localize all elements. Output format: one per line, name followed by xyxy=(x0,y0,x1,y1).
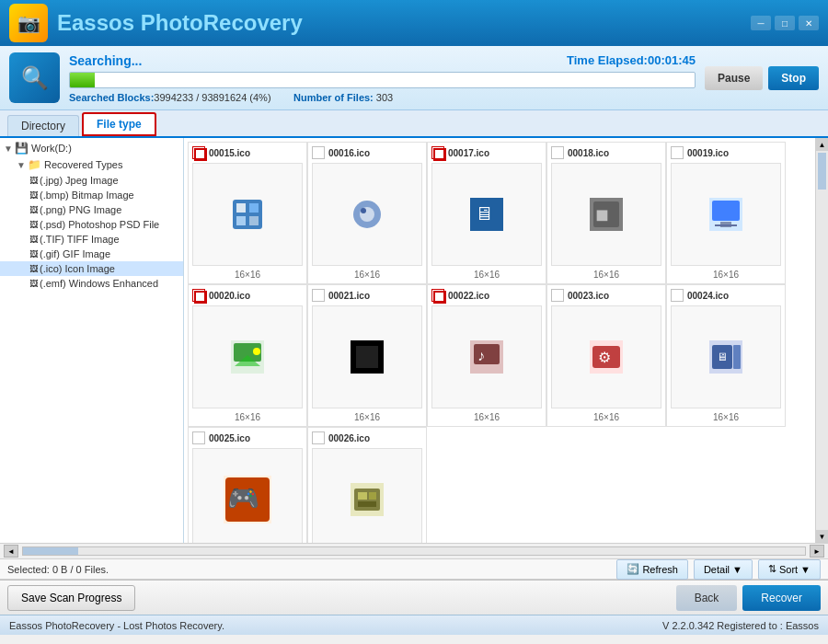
thumbnail-area[interactable]: 00015.ico 16×16 00016.ico 16×16 xyxy=(184,138,815,543)
thumb-checkbox-6[interactable] xyxy=(192,289,205,302)
svg-text:🖥: 🖥 xyxy=(717,351,728,363)
svg-text:🖥: 🖥 xyxy=(475,203,493,224)
tabs-area: Directory File type xyxy=(0,110,828,138)
thumb-cell-1[interactable]: 00015.ico 16×16 xyxy=(188,142,307,284)
searching-label: Searching... xyxy=(69,53,142,68)
svg-point-7 xyxy=(361,208,366,213)
thumb-filename-2: 00016.ico xyxy=(328,148,370,158)
thumb-checkbox-9[interactable] xyxy=(551,289,564,302)
sidebar-item-psd[interactable]: 🖼 (.psd) Photoshop PSD File xyxy=(0,217,183,232)
thumb-filename-11: 00025.ico xyxy=(209,433,250,443)
refresh-icon: 🔄 xyxy=(627,563,639,575)
detail-button[interactable]: Detail ▼ xyxy=(694,559,753,580)
thumb-checkbox-3[interactable] xyxy=(431,146,444,159)
scroll-thumb[interactable] xyxy=(818,153,826,190)
sidebar-item-emf[interactable]: 🖼 (.emf) Windows Enhanced xyxy=(0,276,183,291)
footer: Eassos PhotoRecovery - Lost Photos Recov… xyxy=(0,615,828,635)
thumb-checkbox-4[interactable] xyxy=(551,146,564,159)
thumb-filename-9: 00023.ico xyxy=(568,291,609,301)
thumb-checkbox-12[interactable] xyxy=(312,431,325,444)
thumb-cell-8[interactable]: 00022.ico ♪ 16×16 xyxy=(427,284,546,427)
sidebar-item-jpg[interactable]: 🖼 (.jpg) Jpeg Image xyxy=(0,173,183,188)
thumb-size-4: 16×16 xyxy=(593,270,619,280)
thumb-checkbox-8[interactable] xyxy=(431,289,444,302)
expand-workd[interactable]: ▼ xyxy=(4,144,15,154)
selection-bar: Selected: 0 B / 0 Files. 🔄 Refresh Detai… xyxy=(0,559,828,580)
action-buttons: 🔄 Refresh Detail ▼ ⇅ Sort ▼ xyxy=(616,559,821,580)
hscroll-track[interactable] xyxy=(22,546,806,556)
sidebar-item-gif[interactable]: 🖼 (.gif) GIF Image xyxy=(0,247,183,261)
window-controls: ─ □ ✕ xyxy=(751,16,819,30)
thumb-size-6: 16×16 xyxy=(235,412,260,422)
sidebar: ▼ 💾 Work(D:) ▼ 📁 Recovered Types 🖼 (.jpg… xyxy=(0,138,184,543)
vertical-scrollbar[interactable]: ▲ ▼ xyxy=(815,138,828,543)
thumb-cell-3[interactable]: 00017.ico 🖥 16×16 xyxy=(427,142,546,284)
thumb-cell-6[interactable]: 00020.ico 16×16 xyxy=(188,284,307,427)
save-scan-button[interactable]: Save Scan Progress xyxy=(7,585,135,611)
close-button[interactable]: ✕ xyxy=(799,16,819,30)
progress-bar-background xyxy=(69,72,696,88)
hscroll-thumb[interactable] xyxy=(23,547,78,555)
hscroll-left-button[interactable]: ◄ xyxy=(4,545,18,558)
selection-text: Selected: 0 B / 0 Files. xyxy=(7,564,109,575)
back-button[interactable]: Back xyxy=(676,585,738,611)
sidebar-item-bmp[interactable]: 🖼 (.bmp) Bitmap Image xyxy=(0,188,183,202)
expand-recovered[interactable]: ▼ xyxy=(17,160,28,170)
thumb-filename-1: 00015.ico xyxy=(209,148,250,158)
thumb-cell-11[interactable]: 00025.ico 🎮 48×48 xyxy=(188,427,307,543)
sort-button[interactable]: ⇅ Sort ▼ xyxy=(758,559,821,580)
thumb-checkbox-11[interactable] xyxy=(192,431,205,444)
thumb-cell-2[interactable]: 00016.ico 16×16 xyxy=(307,142,427,284)
svg-rect-14 xyxy=(712,201,740,221)
thumb-checkbox-7[interactable] xyxy=(312,289,325,302)
thumb-size-9: 16×16 xyxy=(593,412,619,422)
thumb-checkbox-1[interactable] xyxy=(192,146,205,159)
maximize-button[interactable]: □ xyxy=(775,16,795,30)
sidebar-item-png[interactable]: 🖼 (.png) PNG Image xyxy=(0,202,183,217)
thumb-checkbox-10[interactable] xyxy=(671,289,684,302)
sidebar-item-recovered-types[interactable]: ▼ 📁 Recovered Types xyxy=(0,156,183,173)
thumb-filename-7: 00021.ico xyxy=(328,291,370,301)
sidebar-item-tif[interactable]: 🖼 (.TIF) TIFF Image xyxy=(0,232,183,247)
thumb-size-7: 16×16 xyxy=(354,412,380,422)
refresh-button[interactable]: 🔄 Refresh xyxy=(616,559,688,580)
thumbnail-grid: 00015.ico 16×16 00016.ico 16×16 xyxy=(188,142,811,543)
navigation-buttons: Back Recover xyxy=(676,585,821,611)
scroll-down-button[interactable]: ▼ xyxy=(816,530,828,543)
horizontal-scrollbar[interactable]: ◄ ► xyxy=(0,543,828,559)
tab-directory[interactable]: Directory xyxy=(7,115,79,136)
svg-rect-38 xyxy=(369,492,376,500)
thumb-preview-2 xyxy=(312,163,422,266)
thumb-filename-6: 00020.ico xyxy=(209,291,250,301)
thumb-preview-7 xyxy=(312,305,422,408)
scroll-track[interactable] xyxy=(816,151,828,530)
scroll-up-button[interactable]: ▲ xyxy=(816,138,828,151)
thumb-cell-10[interactable]: 00024.ico 🖥 16×16 xyxy=(666,284,786,427)
tab-filetype[interactable]: File type xyxy=(82,112,156,136)
pause-button[interactable]: Pause xyxy=(705,66,763,90)
thumb-cell-9[interactable]: 00023.ico ⚙ 16×16 xyxy=(546,284,666,427)
hscroll-right-button[interactable]: ► xyxy=(810,545,824,558)
stop-button[interactable]: Stop xyxy=(768,66,819,90)
thumb-cell-7[interactable]: 00021.ico 16×16 xyxy=(307,284,427,427)
thumb-filename-3: 00017.ico xyxy=(448,148,489,158)
titlebar: 📷 Eassos PhotoRecovery ─ □ ✕ xyxy=(0,0,828,46)
thumb-filename-4: 00018.ico xyxy=(568,148,609,158)
sidebar-item-workd[interactable]: ▼ 💾 Work(D:) xyxy=(0,140,183,156)
status-bar: 🔍 Searching... Time Elapsed:00:01:45 Sea… xyxy=(0,46,828,110)
thumb-checkbox-5[interactable] xyxy=(671,146,684,159)
minimize-button[interactable]: ─ xyxy=(751,16,771,30)
recover-button[interactable]: Recover xyxy=(742,585,821,611)
thumb-cell-5[interactable]: 00019.ico 16×16 xyxy=(666,142,786,284)
scan-stats: Searched Blocks:3994233 / 93891624 (4%) … xyxy=(69,92,696,103)
thumb-cell-12[interactable]: 00026.ico 16×16 xyxy=(307,427,427,543)
thumb-size-3: 16×16 xyxy=(474,270,500,280)
thumb-checkbox-2[interactable] xyxy=(312,146,325,159)
sort-icon: ⇅ xyxy=(768,563,776,575)
detail-dropdown-icon: ▼ xyxy=(732,564,742,575)
action-bar: Save Scan Progress Back Recover xyxy=(0,580,828,615)
thumb-preview-5 xyxy=(671,163,781,266)
thumb-size-10: 16×16 xyxy=(713,412,739,422)
sidebar-item-ico[interactable]: 🖼 (.ico) Icon Image xyxy=(0,261,183,276)
thumb-cell-4[interactable]: 00018.ico ◼ 16×16 xyxy=(546,142,666,284)
